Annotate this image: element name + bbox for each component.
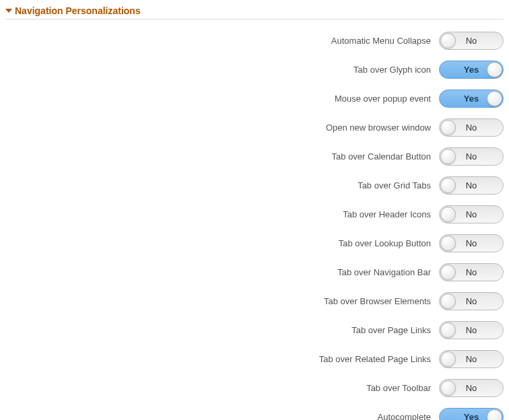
setting-label: Open new browser window (326, 123, 431, 133)
setting-label: Tab over Browser Elements (324, 296, 431, 306)
toggle-switch[interactable]: No (439, 321, 504, 339)
setting-label: Automatic Menu Collapse (331, 36, 431, 46)
toggle-knob-icon (487, 409, 502, 420)
toggle-knob-icon (440, 322, 456, 338)
collapse-arrow-icon (5, 9, 12, 13)
setting-row: Automatic Menu CollapseNo (5, 32, 504, 50)
setting-row: Tab over Lookup ButtonNo (5, 234, 504, 252)
toggle-switch[interactable]: No (439, 379, 504, 397)
setting-row: Mouse over popup eventYes (5, 90, 504, 108)
toggle-knob-icon (487, 91, 502, 106)
toggle-knob-icon (440, 178, 456, 193)
setting-label: Tab over Toolbar (366, 383, 431, 393)
setting-row: Tab over Glyph iconYes (5, 61, 504, 79)
setting-row: Tab over Related Page LinksNo (5, 350, 504, 368)
toggle-value: Yes (464, 412, 479, 420)
setting-label: Tab over Header Icons (343, 209, 431, 219)
toggle-switch[interactable]: Yes (439, 61, 504, 79)
toggle-knob-icon (440, 351, 456, 367)
setting-row: Tab over Navigation BarNo (5, 263, 504, 281)
toggle-value: No (466, 296, 477, 306)
toggle-knob-icon (440, 149, 456, 164)
toggle-knob-icon (440, 380, 456, 396)
toggle-switch[interactable]: No (439, 205, 504, 223)
setting-label: Tab over Lookup Button (339, 238, 431, 248)
setting-label: Tab over Glyph icon (353, 65, 431, 75)
setting-label: Tab over Navigation Bar (337, 267, 431, 277)
toggle-knob-icon (440, 236, 456, 251)
setting-label: Tab over Grid Tabs (358, 180, 431, 190)
setting-label: Tab over Calendar Button (332, 151, 431, 162)
section-title: Navigation Personalizations (15, 5, 141, 16)
toggle-value: Yes (464, 65, 479, 75)
setting-row: Tab over Grid TabsNo (5, 176, 504, 195)
toggle-value: No (466, 383, 477, 393)
toggle-knob-icon (440, 293, 456, 309)
setting-row: Tab over Page LinksNo (5, 321, 504, 339)
toggle-switch[interactable]: Yes (439, 408, 504, 420)
setting-label: Autocomplete (378, 412, 432, 420)
toggle-knob-icon (487, 62, 502, 77)
toggle-value: Yes (464, 94, 479, 104)
toggle-switch[interactable]: No (439, 292, 504, 310)
toggle-knob-icon (440, 265, 456, 280)
toggle-value: No (466, 238, 477, 248)
toggle-knob-icon (440, 120, 456, 135)
toggle-switch[interactable]: No (439, 176, 504, 195)
setting-row: Tab over Calendar ButtonNo (5, 147, 504, 166)
toggle-value: No (466, 36, 477, 46)
toggle-switch[interactable]: No (439, 32, 504, 50)
toggle-switch[interactable]: No (439, 263, 504, 281)
toggle-switch[interactable]: No (439, 147, 504, 166)
toggle-knob-icon (440, 33, 456, 48)
toggle-value: No (466, 151, 477, 162)
toggle-value: No (466, 354, 477, 364)
setting-row: Tab over Browser ElementsNo (5, 292, 504, 310)
setting-row: AutocompleteYes (5, 408, 504, 420)
toggle-value: No (466, 209, 477, 219)
toggle-value: No (466, 180, 477, 190)
setting-label: Mouse over popup event (335, 94, 431, 104)
toggle-switch[interactable]: Yes (439, 90, 504, 108)
setting-row: Open new browser windowNo (5, 118, 504, 137)
settings-list: Automatic Menu CollapseNoTab over Glyph … (5, 32, 504, 420)
section-header-navigation-personalizations[interactable]: Navigation Personalizations (5, 5, 504, 20)
toggle-knob-icon (440, 207, 456, 222)
setting-label: Tab over Related Page Links (319, 354, 431, 364)
setting-row: Tab over Header IconsNo (5, 205, 504, 223)
toggle-value: No (466, 267, 477, 277)
toggle-value: No (466, 123, 477, 133)
setting-label: Tab over Page Links (351, 325, 431, 335)
toggle-switch[interactable]: No (439, 350, 504, 368)
toggle-switch[interactable]: No (439, 234, 504, 252)
toggle-switch[interactable]: No (439, 118, 504, 137)
toggle-value: No (466, 325, 477, 335)
setting-row: Tab over ToolbarNo (5, 379, 504, 397)
